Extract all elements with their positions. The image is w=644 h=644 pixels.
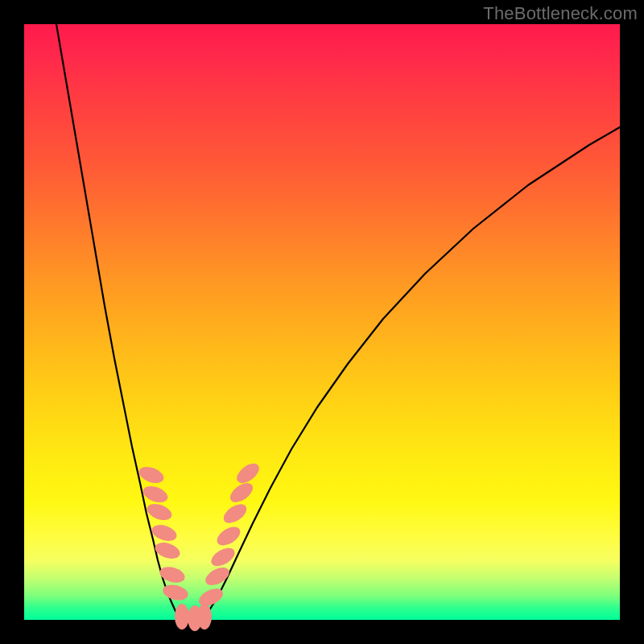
watermark-text: TheBottleneck.com (483, 3, 638, 24)
bead-left-5 (158, 564, 187, 585)
bead-right-3 (214, 523, 244, 549)
bead-bottom-0 (175, 604, 189, 630)
bead-left-1 (141, 483, 170, 506)
curve-svg (24, 24, 620, 620)
bead-markers (137, 460, 262, 631)
chart-stage: TheBottleneck.com (0, 0, 644, 644)
bead-left-2 (145, 501, 174, 523)
bead-left-0 (137, 464, 166, 486)
v-curve (56, 24, 620, 620)
bead-right-4 (221, 501, 250, 527)
bead-right-6 (233, 460, 262, 487)
bead-right-1 (203, 564, 233, 589)
curve-path (56, 24, 620, 620)
bead-right-5 (227, 479, 256, 506)
plot-area (24, 24, 620, 620)
bead-bottom-2 (197, 604, 212, 630)
